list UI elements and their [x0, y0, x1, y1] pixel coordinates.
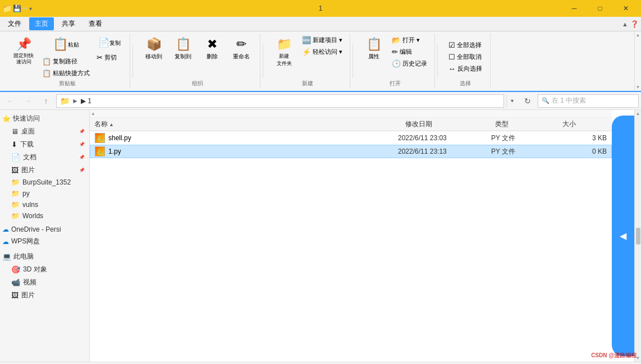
vulns-label: vulns: [22, 201, 38, 209]
history-button[interactable]: 🕒 历史记录: [389, 58, 430, 69]
sep2: [263, 44, 263, 78]
pin-quick-access-button[interactable]: 📌 固定到快速访问: [9, 35, 38, 67]
move-icon: 📦: [146, 37, 162, 52]
rename-button[interactable]: ✏ 重命名: [227, 35, 255, 63]
col-name-label: 名称: [94, 119, 108, 129]
sidebar-item-burpsuite[interactable]: 📁 BurpSuite_1352: [0, 177, 89, 188]
deselect-all-label: 全部取消: [457, 53, 482, 61]
paste-button[interactable]: 📋 粘贴: [39, 35, 93, 55]
sidebar-item-video[interactable]: 📹 视频: [0, 276, 89, 289]
deselect-all-button[interactable]: ☐ 全部取消: [446, 52, 484, 62]
properties-button[interactable]: 📋 属性: [360, 35, 388, 63]
search-placeholder: 在 1 中搜索: [552, 96, 586, 105]
menu-file[interactable]: 文件: [2, 17, 27, 30]
path-folder-icon: 📁: [60, 96, 70, 105]
sidebar-item-downloads[interactable]: ⬇ 下载 📌: [0, 138, 89, 151]
wps-title[interactable]: ☁ WPS网盘: [0, 235, 89, 248]
ribbon-collapse-icon[interactable]: ▲: [622, 21, 628, 27]
pictures-label: 图片: [21, 165, 35, 175]
move-label: 移动到: [145, 53, 162, 61]
vulns-icon: 📁: [11, 201, 20, 209]
file-row-1py[interactable]: 🐍 1.py 2022/6/11 23:13 PY 文件 0 KB: [90, 145, 612, 158]
sep4: [437, 44, 438, 78]
edit-button[interactable]: ✏ 编辑: [389, 47, 430, 57]
new-item-button[interactable]: 🆕 新建项目 ▾: [299, 35, 345, 45]
easy-access-button[interactable]: ⚡ 轻松访问 ▾: [299, 47, 345, 57]
sidebar-item-vulns[interactable]: 📁 vulns: [0, 199, 89, 210]
shell-file-type: PY 文件: [491, 133, 558, 143]
sidebar-item-py[interactable]: 📁 py: [0, 188, 89, 199]
onedrive-label: OneDrive - Persi: [11, 225, 61, 233]
back-button[interactable]: ←: [2, 93, 18, 109]
maximize-button[interactable]: □: [587, 0, 613, 17]
quick-access-title[interactable]: ⭐ 快速访问: [0, 112, 89, 125]
empty-file-area[interactable]: [90, 158, 612, 362]
new-folder-label: 新建文件夹: [277, 53, 292, 67]
this-pc-title[interactable]: 💻 此电脑: [0, 250, 89, 263]
copy-to-button[interactable]: 📋 复制到: [169, 35, 197, 63]
file-row-shell[interactable]: 🐍 shell.py 2022/6/11 23:03 PY 文件 3 KB: [90, 131, 612, 145]
sidebar-item-3d[interactable]: 🎯 3D 对象: [0, 263, 89, 276]
new-item-group: 🆕 新建项目 ▾ ⚡ 轻松访问 ▾: [299, 35, 345, 57]
open-label: 打开 ▾: [402, 36, 420, 44]
help-icon[interactable]: ❓: [630, 20, 639, 28]
onedrive-icon: ☁: [2, 225, 9, 233]
search-bar[interactable]: 🔍 在 1 中搜索: [538, 94, 639, 108]
copy-cut-group: 📄 复制 ✂ 剪切: [94, 35, 125, 63]
move-to-button[interactable]: 📦 移动到: [140, 35, 168, 63]
cut-button[interactable]: ✂ 剪切: [94, 52, 125, 63]
header-size[interactable]: 大小: [562, 119, 607, 129]
worlds-label: Worlds: [22, 212, 43, 220]
scroll-up-arrow[interactable]: ▲: [90, 111, 97, 116]
window-title: 1: [319, 4, 323, 12]
vertical-scrollbar[interactable]: ▲ ▼: [634, 110, 641, 362]
menu-share[interactable]: 共享: [56, 17, 81, 30]
menu-view[interactable]: 查看: [83, 17, 108, 30]
up-button[interactable]: ↑: [38, 93, 54, 109]
copy-path-button[interactable]: 📋 复制路径: [39, 56, 93, 67]
easy-access-icon: ⚡: [302, 48, 311, 56]
images-icon: 🖼: [11, 291, 19, 300]
new-folder-button[interactable]: 📁 新建文件夹: [270, 35, 298, 70]
title-bar-icons: 📁 💾 ↩ ▾: [2, 4, 32, 13]
save-icon: 💾: [13, 4, 21, 12]
rename-label: 重命名: [233, 53, 250, 61]
onedrive-title[interactable]: ☁ OneDrive - Persi: [0, 224, 89, 235]
header-date[interactable]: 修改日期: [405, 119, 495, 129]
path-dropdown-button[interactable]: ▾: [506, 94, 518, 108]
select-all-button[interactable]: ☑ 全部选择: [446, 40, 484, 50]
open-button[interactable]: 📂 打开 ▾: [389, 35, 430, 45]
paste-shortcut-button[interactable]: 📋 粘贴快捷方式: [39, 68, 93, 79]
header-type[interactable]: 类型: [495, 119, 562, 129]
scroll-thumb[interactable]: [636, 228, 640, 245]
close-button[interactable]: ✕: [613, 0, 639, 17]
1py-file-date: 2022/6/11 23:13: [398, 148, 488, 155]
refresh-button[interactable]: ↻: [520, 93, 535, 109]
sidebar-item-pictures[interactable]: 🖼 图片 📌: [0, 164, 89, 177]
address-bar[interactable]: 📁 ► ▶ 1: [56, 94, 504, 108]
new-item-icon: 🆕: [302, 36, 311, 44]
minimize-button[interactable]: ─: [561, 0, 587, 17]
ribbon-scroll: ▲ ▼: [634, 31, 641, 91]
ribbon: 📌 固定到快速访问 📋 粘贴 📋 复制路径 📋 粘贴快捷方式: [0, 31, 641, 92]
folder-icon: 📁: [2, 4, 12, 13]
invert-select-button[interactable]: ↔ 反向选择: [446, 63, 485, 74]
paste-shortcut-icon: 📋: [42, 69, 51, 77]
copy-button[interactable]: 📄 复制: [94, 35, 125, 51]
burpsuite-icon: 📁: [11, 178, 20, 186]
sidebar-item-images[interactable]: 🖼 图片: [0, 289, 89, 302]
shell-file-name: shell.py: [108, 134, 395, 142]
forward-button[interactable]: →: [20, 93, 36, 109]
sidebar-item-desktop[interactable]: 🖥 桌面 📌: [0, 125, 89, 138]
sidebar-item-worlds[interactable]: 📁 Worlds: [0, 210, 89, 222]
header-name[interactable]: 名称 ▲: [94, 119, 405, 129]
pin-indicator2: 📌: [79, 142, 85, 147]
delete-button[interactable]: ✖ 删除: [198, 35, 226, 63]
desktop-label: 桌面: [21, 127, 35, 136]
clipboard-label: 剪贴板: [59, 80, 76, 87]
menu-home[interactable]: 主页: [29, 17, 54, 30]
sidebar-item-documents[interactable]: 📄 文档 📌: [0, 151, 89, 164]
new-folder-icon: 📁: [277, 37, 292, 52]
scroll-up[interactable]: ▲: [636, 111, 640, 116]
worlds-icon: 📁: [11, 212, 20, 220]
